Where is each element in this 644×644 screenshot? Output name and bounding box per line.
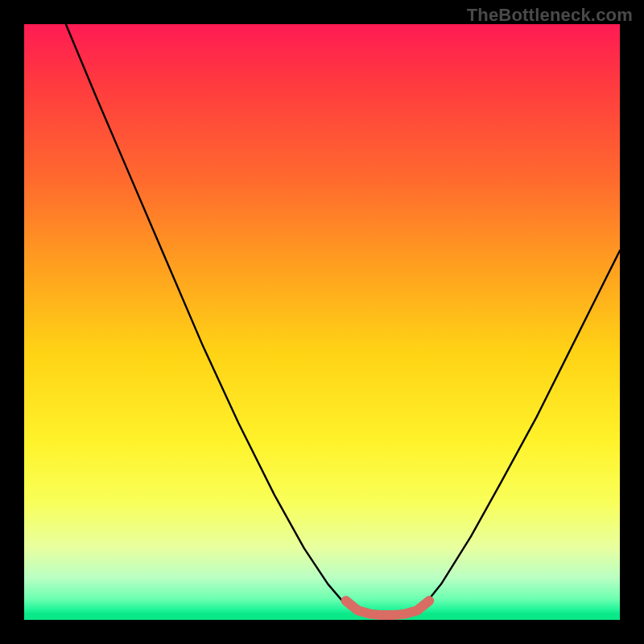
- plot-area: [24, 24, 620, 620]
- watermark-text: TheBottleneck.com: [467, 5, 633, 26]
- chart-frame: TheBottleneck.com: [0, 0, 644, 644]
- curve-layer: [24, 24, 620, 620]
- main-curve: [66, 24, 620, 617]
- valley-marker: [346, 601, 430, 615]
